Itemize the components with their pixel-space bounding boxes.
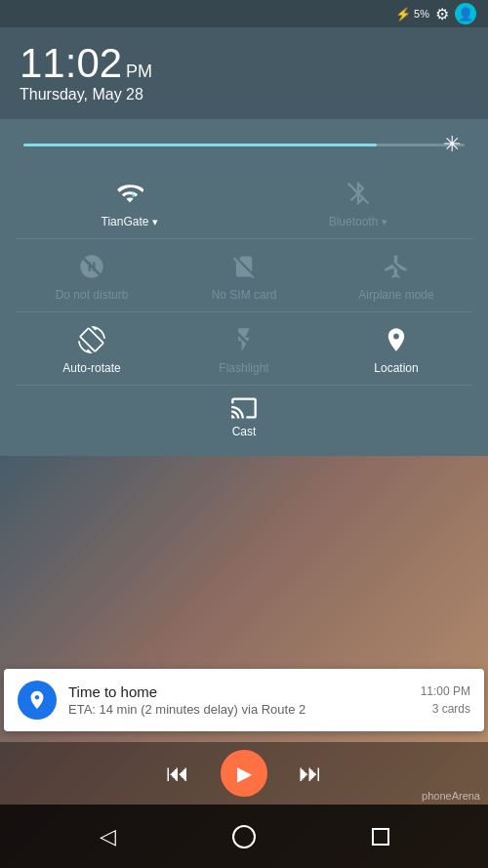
notification-meta: 11:00 PM 3 cards [421, 684, 470, 716]
brightness-thumb[interactable]: ✳ [441, 134, 463, 155]
location-toggle[interactable]: Location [320, 312, 472, 385]
time-hours: 11:02 [20, 43, 122, 84]
recents-icon [372, 828, 389, 846]
watermark: phoneArena [422, 790, 480, 802]
dnd-label: Do not disturb [56, 288, 129, 302]
location-svg [383, 326, 410, 353]
flashlight-icon [230, 322, 258, 357]
bluetooth-dropdown-icon[interactable]: ▾ [382, 216, 387, 228]
date-display: Thursday, May 28 [20, 86, 468, 103]
battery-icon: ⚡ [395, 7, 411, 21]
time-ampm: PM [126, 62, 152, 82]
maps-icon [26, 689, 48, 711]
location-icon [383, 322, 410, 357]
brightness-row[interactable]: ✳ [16, 131, 472, 166]
auto-rotate-toggle[interactable]: Auto-rotate [16, 312, 168, 385]
do-not-disturb-icon [78, 249, 105, 284]
back-button[interactable]: ◁ [88, 817, 127, 856]
media-controls: ⏮ ▶ ⏭ [0, 742, 488, 805]
user-avatar[interactable]: 👤 [455, 3, 476, 24]
cast-svg [230, 394, 258, 422]
brightness-fill [23, 144, 377, 146]
bluetooth-icon [345, 176, 372, 211]
wifi-label: TianGate [102, 215, 149, 228]
airplane-label: Airplane mode [358, 288, 433, 302]
wifi-dropdown-icon[interactable]: ▾ [152, 216, 158, 228]
bluetooth-svg [345, 180, 372, 207]
cast-row: Cast [16, 386, 472, 448]
back-icon: ◁ [100, 824, 116, 849]
auto-rotate-svg [78, 326, 105, 353]
status-icons: ⚡ 5% ⚙ 👤 [395, 3, 476, 24]
battery-percent: 5% [414, 8, 429, 20]
notification-cards-count: 3 cards [432, 702, 470, 716]
bluetooth-label-row: Bluetooth ▾ [329, 215, 388, 228]
wifi-icon [116, 176, 143, 211]
flashlight-label: Flashlight [219, 361, 268, 375]
quick-settings: ✳ TianGate ▾ [0, 119, 488, 456]
wifi-bluetooth-row: TianGate ▾ Bluetooth ▾ [16, 166, 472, 239]
play-icon: ▶ [237, 762, 252, 785]
brightness-track [23, 144, 465, 146]
airplane-icon [383, 249, 410, 284]
notification-content: Time to home ETA: 14 min (2 minutes dela… [68, 683, 409, 717]
brightness-slider[interactable]: ✳ [23, 135, 465, 154]
no-sim-toggle[interactable]: No SIM card [168, 239, 320, 311]
user-icon: 👤 [458, 7, 473, 21]
no-sim-svg [230, 253, 258, 280]
notification-time: 11:00 PM [421, 684, 470, 698]
time-display: 11:02 PM [20, 43, 468, 84]
cast-toggle[interactable]: Cast [226, 386, 262, 448]
settings-icon[interactable]: ⚙ [435, 5, 449, 23]
time-section: 11:02 PM Thursday, May 28 [0, 27, 488, 119]
location-label: Location [374, 361, 418, 375]
do-not-disturb-toggle[interactable]: Do not disturb [16, 239, 168, 311]
wifi-label-row: TianGate ▾ [102, 215, 159, 228]
flashlight-toggle[interactable]: Flashlight [168, 312, 320, 385]
no-sim-label: No SIM card [212, 288, 277, 302]
airplane-mode-toggle[interactable]: Airplane mode [320, 239, 472, 311]
bluetooth-toggle[interactable]: Bluetooth ▾ [244, 166, 472, 238]
dnd-svg [78, 253, 105, 280]
cast-label: Cast [232, 425, 257, 448]
row2: Do not disturb No SIM card Airplane [16, 239, 472, 312]
cast-icon [226, 386, 262, 421]
recents-button[interactable] [361, 817, 400, 856]
notification-app-icon [18, 681, 57, 720]
play-button[interactable]: ▶ [221, 750, 267, 797]
notification-panel: 11:02 PM Thursday, May 28 ✳ [0, 27, 488, 456]
airplane-svg [383, 253, 410, 280]
notification-card[interactable]: Time to home ETA: 14 min (2 minutes dela… [4, 669, 484, 731]
home-icon [232, 825, 256, 848]
bluetooth-label: Bluetooth [329, 215, 379, 228]
prev-track-button[interactable]: ⏮ [166, 760, 189, 787]
next-track-button[interactable]: ⏭ [299, 760, 322, 787]
flashlight-svg [230, 326, 258, 353]
home-button[interactable] [224, 817, 264, 856]
no-sim-icon [230, 249, 258, 284]
wifi-svg [116, 180, 143, 207]
auto-rotate-label: Auto-rotate [62, 361, 120, 375]
row3: Auto-rotate Flashlight Location [16, 312, 472, 386]
battery-indicator: ⚡ 5% [395, 7, 429, 21]
brightness-icon: ✳ [443, 134, 461, 155]
notification-body: ETA: 14 min (2 minutes delay) via Route … [68, 702, 409, 717]
status-bar: ⚡ 5% ⚙ 👤 [0, 0, 488, 27]
notification-title: Time to home [68, 683, 409, 700]
auto-rotate-icon [78, 322, 105, 357]
wifi-toggle[interactable]: TianGate ▾ [16, 166, 244, 238]
bottom-nav: ◁ [0, 805, 488, 868]
